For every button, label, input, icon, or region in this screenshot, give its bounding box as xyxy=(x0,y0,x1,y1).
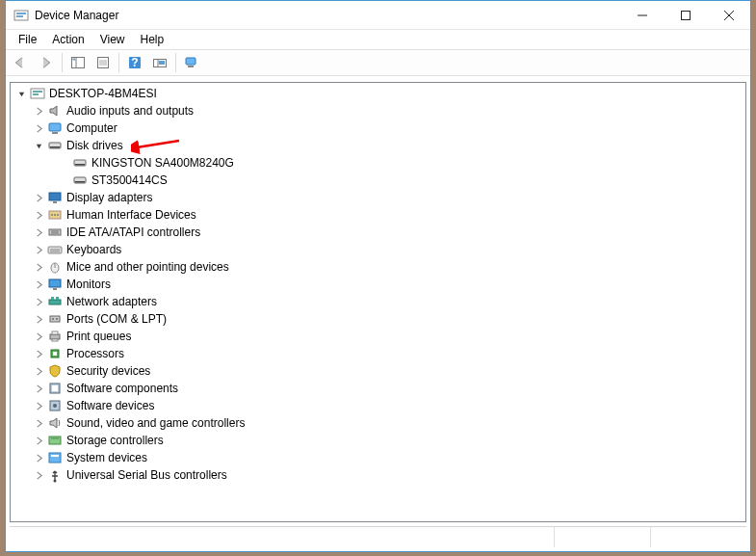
toolbar-separator xyxy=(175,53,176,72)
tree-item-mouse[interactable]: Mice and other pointing devices xyxy=(11,258,745,276)
tree-item-usb[interactable]: Universal Serial Bus controllers xyxy=(11,466,745,484)
expand-chevron[interactable] xyxy=(32,468,45,482)
tree-item-label: Network adapters xyxy=(66,295,157,308)
device-tree[interactable]: DESKTOP-4BM4ESIAudio inputs and outputsC… xyxy=(10,82,746,522)
tree-item-system[interactable]: System devices xyxy=(11,449,745,466)
toolbar-separator xyxy=(62,53,63,72)
svg-rect-18 xyxy=(159,61,165,65)
svg-rect-33 xyxy=(53,201,57,203)
tree-item-hid[interactable]: Human Interface Devices xyxy=(11,206,745,224)
expand-chevron[interactable] xyxy=(32,121,45,135)
help-button[interactable]: ? xyxy=(123,51,146,74)
expand-chevron[interactable] xyxy=(32,278,45,291)
expand-chevron[interactable] xyxy=(32,451,45,464)
expand-chevron[interactable] xyxy=(32,312,45,326)
tree-child-disk[interactable]: ST3500414CS xyxy=(11,172,745,189)
expand-chevron[interactable] xyxy=(32,364,45,378)
tree-item-swdev[interactable]: Software devices xyxy=(11,397,745,414)
svg-rect-24 xyxy=(49,123,61,131)
expand-chevron[interactable] xyxy=(32,399,45,412)
svg-rect-48 xyxy=(49,300,61,304)
tree-item-ide[interactable]: IDE ATA/ATAPI controllers xyxy=(11,224,745,241)
svg-rect-55 xyxy=(52,331,58,334)
tree-item-monitor[interactable]: Monitors xyxy=(11,276,745,293)
forward-button[interactable] xyxy=(35,51,58,74)
disk-icon xyxy=(72,172,88,188)
back-button[interactable] xyxy=(10,51,33,74)
security-icon xyxy=(47,363,63,379)
audio-icon xyxy=(47,103,63,119)
storage-icon xyxy=(47,433,63,448)
expand-chevron[interactable] xyxy=(32,104,45,118)
close-button[interactable] xyxy=(707,1,750,29)
tree-item-label: Software devices xyxy=(66,399,154,412)
tree-item-disk[interactable]: Disk drives xyxy=(11,137,745,154)
tree-item-printer[interactable]: Print queues xyxy=(11,328,745,345)
tree-item-label: KINGSTON SA400M8240G xyxy=(91,156,234,170)
expand-chevron[interactable] xyxy=(32,260,45,274)
svg-rect-38 xyxy=(49,229,61,235)
statusbar xyxy=(10,526,746,547)
svg-point-37 xyxy=(57,214,59,216)
minimize-button[interactable] xyxy=(620,1,664,29)
tree-item-label: Human Interface Devices xyxy=(66,208,196,222)
app-icon xyxy=(13,8,29,23)
properties-button[interactable] xyxy=(91,51,115,74)
tree-child-disk[interactable]: KINGSTON SA400M8240G xyxy=(11,154,745,172)
tree-item-storage[interactable]: Storage controllers xyxy=(11,432,745,449)
expand-chevron[interactable] xyxy=(32,382,45,395)
scan-hardware-button[interactable] xyxy=(148,51,171,74)
tree-item-display[interactable]: Display adapters xyxy=(11,189,745,206)
tree-item-network[interactable]: Network adapters xyxy=(11,293,745,310)
svg-rect-49 xyxy=(51,297,54,300)
network-icon xyxy=(47,294,63,309)
tree-item-cpu[interactable]: Processors xyxy=(11,345,745,362)
system-icon xyxy=(47,450,63,465)
expand-chevron[interactable] xyxy=(32,347,45,360)
svg-rect-47 xyxy=(53,288,57,290)
tree-item-computer[interactable]: Computer xyxy=(11,119,745,137)
menu-help[interactable]: Help xyxy=(134,31,171,48)
tree-item-sound[interactable]: Sound, video and game controllers xyxy=(11,414,745,432)
svg-rect-29 xyxy=(75,164,85,166)
expand-chevron[interactable] xyxy=(57,156,70,170)
tree-item-security[interactable]: Security devices xyxy=(11,362,745,380)
maximize-button[interactable] xyxy=(664,1,707,29)
usb-icon xyxy=(47,467,63,483)
tree-item-label: Universal Serial Bus controllers xyxy=(66,468,227,482)
tree-item-label: Mice and other pointing devices xyxy=(66,260,229,274)
expand-chevron[interactable] xyxy=(32,139,45,152)
tree-item-keyboard[interactable]: Keyboards xyxy=(11,241,745,258)
keyboard-icon xyxy=(47,242,63,257)
expand-chevron[interactable] xyxy=(32,243,45,256)
devices-button[interactable] xyxy=(180,51,203,74)
expand-chevron[interactable] xyxy=(32,208,45,222)
tree-root[interactable]: DESKTOP-4BM4ESI xyxy=(11,85,745,102)
tree-item-label: Processors xyxy=(66,347,124,360)
monitor-icon xyxy=(47,277,63,292)
expand-chevron[interactable] xyxy=(32,434,45,447)
expand-chevron[interactable] xyxy=(32,225,45,239)
tree-item-label: System devices xyxy=(66,451,147,464)
expand-chevron[interactable] xyxy=(32,191,45,204)
port-icon xyxy=(47,311,63,327)
expand-chevron[interactable] xyxy=(32,295,45,308)
tree-item-swcomp[interactable]: Software components xyxy=(11,380,745,397)
tree-item-port[interactable]: Ports (COM & LPT) xyxy=(11,310,745,328)
menu-view[interactable]: View xyxy=(93,31,132,48)
menu-file[interactable]: File xyxy=(12,31,43,48)
swdev-icon xyxy=(47,398,63,413)
expand-chevron[interactable] xyxy=(14,87,28,100)
computer-icon xyxy=(47,120,63,136)
expand-chevron[interactable] xyxy=(57,173,70,187)
svg-rect-60 xyxy=(52,385,58,391)
tree-item-audio[interactable]: Audio inputs and outputs xyxy=(11,102,745,119)
expand-chevron[interactable] xyxy=(32,330,45,343)
expand-chevron[interactable] xyxy=(32,416,45,430)
svg-rect-65 xyxy=(49,453,61,463)
menu-action[interactable]: Action xyxy=(45,31,91,48)
tree-item-label: Audio inputs and outputs xyxy=(66,104,194,118)
svg-point-52 xyxy=(52,318,54,320)
show-hide-tree-button[interactable] xyxy=(66,51,90,74)
tree-item-label: Sound, video and game controllers xyxy=(66,416,245,430)
